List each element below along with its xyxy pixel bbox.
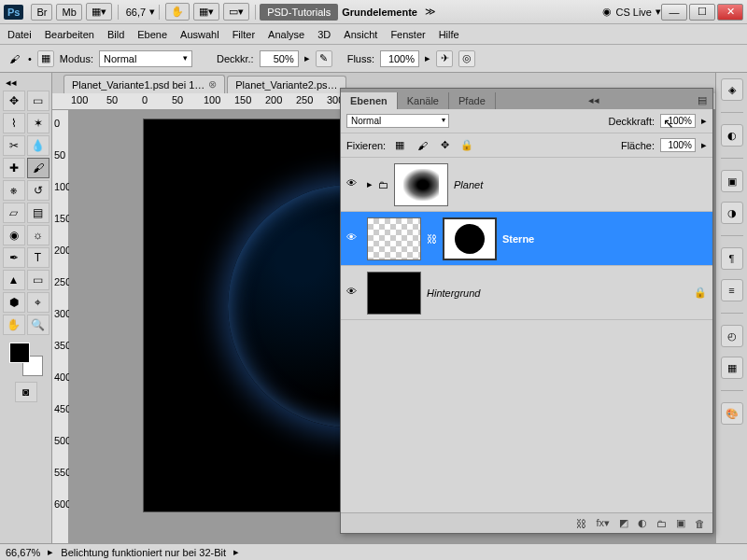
layer-opacity-input[interactable]: 100% xyxy=(660,114,696,128)
gradient-tool[interactable]: ▤ xyxy=(27,203,49,223)
layer-thumbnail[interactable] xyxy=(367,272,421,315)
layers-dock-icon[interactable]: ◈ xyxy=(721,78,743,101)
canvas[interactable] xyxy=(144,119,349,511)
type-tool[interactable]: T xyxy=(27,247,49,268)
ruler-vertical[interactable]: 0 50 100 150 200 250 300 350 400 450 500… xyxy=(52,110,69,543)
opacity-flyout-icon[interactable]: ▸ xyxy=(304,52,310,64)
menu-fenster[interactable]: Fenster xyxy=(390,29,425,40)
link-layers-icon[interactable]: ⛓ xyxy=(576,518,586,529)
swatches-dock-icon[interactable]: ▦ xyxy=(721,357,743,379)
crop-tool[interactable]: ✂ xyxy=(3,135,25,156)
masks-dock-icon[interactable]: ◑ xyxy=(721,202,743,224)
link-icon[interactable]: ⛓ xyxy=(427,233,437,245)
menu-ansicht[interactable]: Ansicht xyxy=(344,29,377,40)
hand-tool-button[interactable]: ✋ xyxy=(165,3,190,21)
healing-tool[interactable]: ✚ xyxy=(3,158,25,178)
arrange-button[interactable]: ▦▾ xyxy=(193,3,219,21)
shape-tool[interactable]: ▭ xyxy=(27,270,49,290)
brush-tool[interactable]: 🖌 xyxy=(27,158,49,178)
eyedropper-tool[interactable]: 💧 xyxy=(27,135,49,156)
airbrush-button[interactable]: ✈ xyxy=(436,50,453,67)
flow-flyout-icon[interactable]: ▸ xyxy=(425,52,430,64)
brush-preset-icon[interactable]: • xyxy=(28,53,32,64)
layer-row[interactable]: 👁 Hintergrund 🔒 xyxy=(341,266,712,320)
close-tab-icon[interactable]: ⊗ xyxy=(208,78,217,91)
blend-mode-dropdown[interactable]: Normal xyxy=(99,50,192,67)
opacity-input[interactable]: 50% xyxy=(260,50,299,67)
menu-filter[interactable]: Filter xyxy=(233,29,255,40)
marquee-tool[interactable]: ▭ xyxy=(27,91,49,111)
move-tool[interactable]: ✥ xyxy=(3,91,25,111)
new-group-icon[interactable]: 🗀 xyxy=(656,518,667,529)
menu-bearbeiten[interactable]: Bearbeiten xyxy=(45,29,94,40)
status-arrow-icon[interactable]: ▸ xyxy=(48,546,53,558)
dodge-tool[interactable]: ☼ xyxy=(27,225,49,245)
3d-camera-tool[interactable]: ⌖ xyxy=(27,292,49,313)
history-brush-tool[interactable]: ↺ xyxy=(27,180,49,201)
tab-pfade[interactable]: Pfade xyxy=(449,92,496,109)
layer-name[interactable]: Planet xyxy=(454,179,483,190)
document-tab-1[interactable]: Planet_Variante1.psd bei 1… ⊗ xyxy=(63,75,225,93)
expand-icon[interactable]: ▸ xyxy=(367,178,373,190)
tab-ebenen[interactable]: Ebenen xyxy=(341,92,398,109)
bridge-button[interactable]: Br xyxy=(31,4,52,21)
fill-flyout-icon[interactable]: ▸ xyxy=(701,139,707,151)
minimize-button[interactable]: — xyxy=(661,4,687,21)
history-dock-icon[interactable]: ◴ xyxy=(721,325,743,347)
menu-ebene[interactable]: Ebene xyxy=(137,29,167,40)
toolbox-collapse-icon[interactable]: ◂◂ xyxy=(6,77,17,89)
layer-thumbnail[interactable] xyxy=(367,217,421,260)
maximize-button[interactable]: ☐ xyxy=(689,4,715,21)
zoom-tool[interactable]: 🔍 xyxy=(27,315,49,335)
menu-3d[interactable]: 3D xyxy=(317,29,331,40)
panel-collapse-icon[interactable]: ◂◂ xyxy=(583,91,605,109)
visibility-icon[interactable]: 👁 xyxy=(346,286,361,301)
adjustment-layer-icon[interactable]: ◐ xyxy=(638,517,647,529)
lock-all-icon[interactable]: 🔒 xyxy=(458,137,475,154)
cslive-icon[interactable]: ◉ xyxy=(602,6,612,18)
zoom-level[interactable]: 66,7 xyxy=(126,7,146,18)
color-dock-icon[interactable]: ◐ xyxy=(721,124,743,147)
workspace-secondary[interactable]: Grundelemente xyxy=(342,7,417,18)
cslive-label[interactable]: CS Live xyxy=(615,7,652,18)
menu-datei[interactable]: Datei xyxy=(7,29,32,40)
document-tab-2[interactable]: Planet_Variante2.ps… xyxy=(227,76,345,93)
layer-name[interactable]: Hintergrund xyxy=(427,287,480,299)
lasso-tool[interactable]: ⌇ xyxy=(3,113,25,133)
menu-hilfe[interactable]: Hilfe xyxy=(439,29,459,40)
panel-menu-icon[interactable]: ▤ xyxy=(692,91,712,109)
minibridge-button[interactable]: Mb xyxy=(56,4,81,21)
close-button[interactable]: ✕ xyxy=(717,4,743,21)
adjustments-dock-icon[interactable]: ▣ xyxy=(721,170,743,192)
tab-kanaele[interactable]: Kanäle xyxy=(398,92,449,109)
view-extras-button[interactable]: ▦▾ xyxy=(86,3,112,21)
hand-tool[interactable]: ✋ xyxy=(3,315,25,335)
layer-row-selected[interactable]: 👁 ⛓ Sterne xyxy=(341,212,712,266)
layer-mask-thumbnail[interactable] xyxy=(443,217,497,260)
status-flyout-icon[interactable]: ▸ xyxy=(233,546,239,558)
flow-input[interactable]: 100% xyxy=(380,50,419,67)
pen-tool[interactable]: ✒ xyxy=(3,247,25,268)
brush-panel-button[interactable]: ▦ xyxy=(37,50,54,67)
layer-row[interactable]: 👁 ▸ 🗀 Planet xyxy=(341,158,712,212)
color-swatches[interactable] xyxy=(9,343,43,376)
paragraph-dock-icon[interactable]: ≡ xyxy=(721,279,743,301)
status-zoom[interactable]: 66,67% xyxy=(6,547,40,558)
lock-position-icon[interactable]: ✥ xyxy=(436,137,453,154)
fx-icon[interactable]: fx▾ xyxy=(596,517,610,529)
zoom-dropdown-icon[interactable]: ▾ xyxy=(149,6,155,18)
fill-input[interactable]: 100% xyxy=(660,138,696,152)
new-layer-icon[interactable]: ▣ xyxy=(676,517,685,529)
menu-analyse[interactable]: Analyse xyxy=(268,29,304,40)
menu-bild[interactable]: Bild xyxy=(107,29,124,40)
blur-tool[interactable]: ◉ xyxy=(3,225,25,245)
path-select-tool[interactable]: ▲ xyxy=(3,270,25,290)
tablet-size-button[interactable]: ◎ xyxy=(458,50,475,67)
layer-name[interactable]: Sterne xyxy=(502,233,534,245)
layer-blend-dropdown[interactable]: Normal xyxy=(346,114,449,128)
lock-transparency-icon[interactable]: ▦ xyxy=(391,137,408,154)
workspace-switcher[interactable]: PSD-Tutorials xyxy=(260,4,338,21)
character-dock-icon[interactable]: ¶ xyxy=(721,247,743,270)
quickselect-tool[interactable]: ✶ xyxy=(27,113,49,133)
visibility-icon[interactable]: 👁 xyxy=(346,231,361,246)
